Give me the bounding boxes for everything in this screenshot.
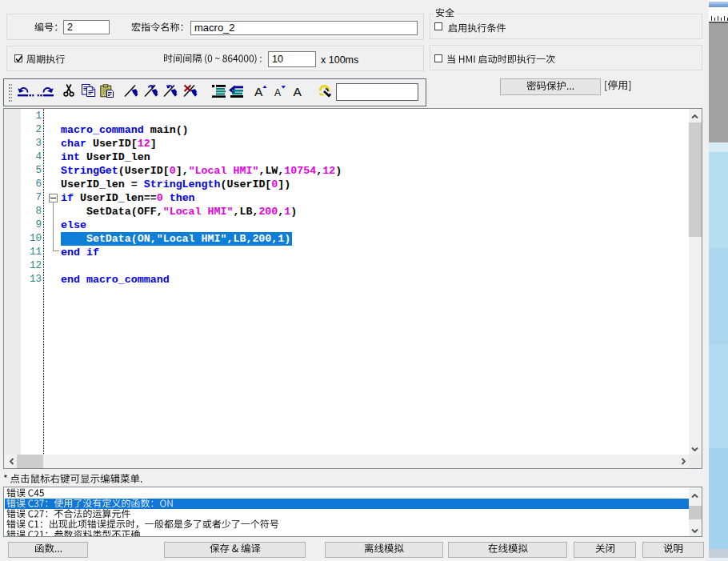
svg-text:A: A <box>274 87 281 98</box>
svg-text:A: A <box>294 85 302 98</box>
svg-text:A: A <box>254 85 263 98</box>
